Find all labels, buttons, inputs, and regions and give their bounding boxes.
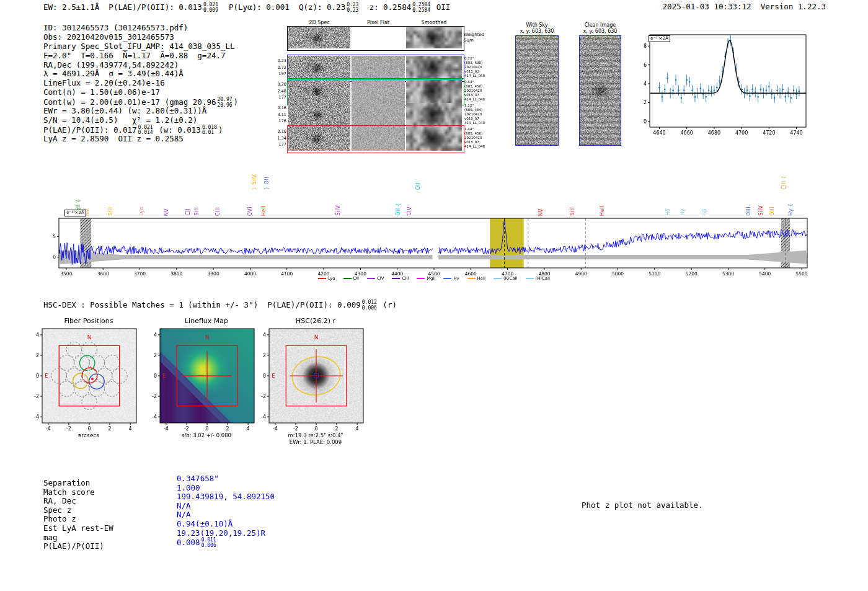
stacked-uncertainty: 0.0180.01 — [202, 125, 217, 136]
text-run: ID: 3012465573 (3012465573.pdf) — [43, 23, 188, 32]
stacked-uncertainty: 0.0120.006 — [362, 300, 377, 311]
match-field-value: 0.94(±0.10)Å — [177, 520, 275, 529]
text-run: 199.439819, 54.892150 — [177, 492, 275, 501]
match-field-value: 19.23(19.20,19.25)R — [177, 529, 275, 538]
with-sky-xy: x, y: 603, 630 — [512, 29, 562, 35]
legend-label: CIV — [377, 276, 384, 281]
text-run: ) — [218, 125, 223, 135]
legend-color-swatch — [467, 278, 476, 279]
info-line: P(LAE)/P(OII): 0.0170.0210.014 (w: 0.013… — [43, 125, 238, 135]
match-field-label: Est LyA rest-EW — [43, 524, 177, 533]
row-fiber-label: 0.72"(603, 630)20210420v015_03414_LL_068 — [464, 56, 485, 78]
stacked-uncertainty: 0.0110.006 — [202, 538, 216, 548]
emission-line-label: OII — [415, 182, 421, 190]
stacked-uncertainty: 0.230.23 — [347, 2, 358, 13]
legend-color-swatch — [392, 278, 400, 279]
text-run: S/N = 10.4(±0.5) χ² = 1.2(±0.2) — [43, 115, 197, 125]
with-sky-title-text: With Sky — [512, 22, 562, 29]
line-fit-plot — [639, 30, 820, 140]
match-field-label: mag — [43, 533, 177, 543]
row-fiber-label: 1.44"(605, 456)20210420v015_07414_LL_048 — [464, 127, 485, 149]
match-field-value: 199.439819, 54.892150 — [177, 492, 275, 502]
legend-label: (H)CaII — [536, 276, 550, 281]
info-line: LineFlux = 2.20(±0.24)e-16 — [43, 79, 238, 88]
text-run: ) — [234, 97, 239, 107]
text-run: RA,Dec (199.439774,54.892242) — [43, 60, 179, 69]
stacked-uncertainty: 0.25840.2584 — [412, 2, 430, 13]
text-run: 0.347658" — [177, 474, 219, 483]
weighted-sum-label-line: Sum — [464, 38, 484, 43]
legend-item: Lyα — [318, 276, 335, 281]
match-field-value: 1.000 — [177, 484, 275, 493]
info-line: S/N = 10.4(±0.5) χ² = 1.2(±0.2) — [43, 116, 238, 125]
legend-item: HeII — [467, 276, 485, 281]
text-run: 0.008 — [177, 538, 200, 547]
match-field-label: Match score — [43, 488, 177, 497]
row-fiber-label: 1.12"(605, 464)20210420v015_07414_LL_048 — [464, 104, 485, 125]
legend-item: (K)CaII — [494, 276, 518, 281]
text-run: EW: 2.5±1.1Å P(LAE)/P(OII): 0.013 — [43, 2, 202, 12]
hsc-cutout-title: HSC(26.2) r — [257, 317, 374, 325]
with-sky-image — [515, 35, 559, 146]
row-fiber-label: 0.84"(605, 456)20210420v015_07414_LL_048 — [464, 80, 485, 102]
match-field-label: P(LAE)/P(OII) — [43, 542, 177, 553]
info-line: Obs: 20210420v015_3012465573 — [43, 33, 238, 42]
row-stat-label: 0.101.34177 — [272, 128, 286, 148]
legend-color-swatch — [417, 278, 425, 279]
text-run: P(LAE)/P(OII): 0.017 — [43, 125, 137, 135]
legend-item: MgII — [417, 276, 435, 281]
clean-image-xy: x, y: 603, 630 — [575, 29, 625, 35]
text-run: (r) — [378, 300, 397, 309]
legend-color-swatch — [343, 278, 352, 279]
lineflux-map-title: Lineflux Map — [148, 317, 265, 325]
row-divider-cyan — [288, 79, 463, 80]
weighted-sum-label-line: Weighted — [464, 32, 484, 38]
photz-note: Phot z plot not available. — [582, 501, 703, 510]
catalog-match-table: Separation0.347658"Match score1.000RA, D… — [43, 479, 275, 553]
text-run: Obs: 20210420v015_3012465573 — [43, 32, 174, 42]
spectrum-units-annotation: e⁻¹⁷×2Å — [64, 210, 86, 216]
stacked-uncertainty: 20.9720.96 — [217, 97, 232, 108]
match-field-value: N/A — [177, 510, 275, 520]
hsc-dex-summary: HSC-DEX : Possible Matches = 1 (within +… — [43, 300, 397, 311]
text-run: 1.000 — [177, 483, 200, 492]
linefit-units-annotation: e⁻¹⁷×2Å — [649, 35, 670, 42]
legend-color-swatch — [494, 278, 502, 279]
emission-line-label: } SiIV — [252, 174, 257, 190]
text-run: Cont(n) = 1.50(±0.06)e-17 — [43, 87, 160, 97]
emission-line-label: } OII — [264, 177, 270, 190]
match-field-value: 0.347658" — [177, 474, 275, 484]
legend-label: Lyα — [328, 276, 335, 281]
emission-line-label: CIII { — [781, 176, 787, 190]
text-run: N/A — [177, 510, 191, 519]
legend-item: Hγ — [443, 276, 459, 281]
with-sky-title: With Sky x, y: 603, 630 — [512, 22, 562, 35]
text-run: z: 0.2584 — [360, 2, 411, 12]
match-field-value: N/A — [177, 502, 275, 511]
text-run: OII — [432, 2, 450, 12]
lineflux-map-plot — [148, 325, 265, 433]
match-field-label: Photo z — [43, 515, 177, 524]
row-stat-label: 0.202.48177 — [272, 81, 286, 101]
info-line: Cont(w) = 2.00(±0.01)e-17 (gmag 20.9620.… — [43, 97, 238, 107]
spec2d-row-border — [287, 26, 464, 51]
stacked-uncertainty: 0.0210.009 — [203, 2, 218, 13]
fiber-xlabel: arcsecs — [30, 432, 148, 438]
text-run: HSC-DEX : Possible Matches = 1 (within +… — [43, 300, 361, 309]
smoothed-col-title: Smoothed — [406, 20, 462, 25]
text-run: LineFlux = 2.20(±0.24)e-16 — [43, 78, 165, 87]
info-line: EWr = 3.80(±0.44) (w: 2.80(±0.31))Å — [43, 107, 238, 116]
row-stat-label: 0.163.11176 — [272, 105, 286, 125]
legend-item: OII — [343, 276, 359, 281]
legend-label: MgII — [427, 276, 435, 281]
fiber-positions-plot — [30, 325, 148, 433]
spectrum-legend: LyαOIICIVCIIIMgIIHγHeII(K)CaII(H)CaII — [59, 276, 809, 281]
text-run: λ = 4691.29Å σ = 3.49(±0.44)Å — [43, 69, 184, 78]
legend-label: OII — [353, 276, 359, 281]
text-run: 19.23(19.20,19.25)R — [177, 528, 265, 538]
full-spectrum-plot — [50, 211, 815, 278]
spec2d-col-title: 2D Spec — [288, 20, 350, 25]
hsc-caption-2: EWr: 1. PLAE: 0.009 — [257, 439, 374, 445]
text-run: EWr = 3.80(±0.44) (w: 2.80(±0.31))Å — [43, 106, 206, 115]
legend-label: (K)CaII — [503, 276, 518, 281]
